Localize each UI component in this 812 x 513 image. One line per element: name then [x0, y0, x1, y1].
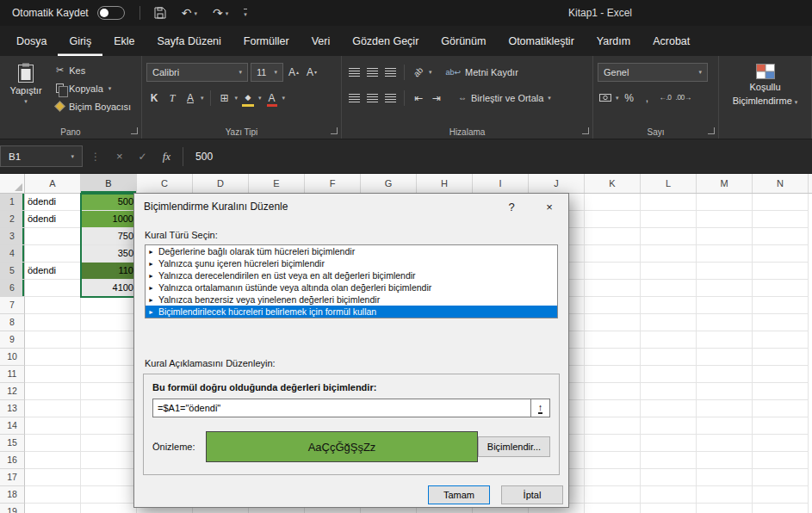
cell-M18[interactable]: [697, 486, 753, 504]
column-header-B[interactable]: B: [81, 174, 137, 193]
cell-B8[interactable]: [81, 314, 137, 331]
cell-K7[interactable]: [585, 297, 641, 314]
name-box[interactable]: B1 ▾: [0, 145, 83, 167]
tab-görünüm[interactable]: Görünüm: [430, 26, 497, 56]
cell-N7[interactable]: [753, 297, 809, 314]
cell-M8[interactable]: [697, 314, 753, 331]
autosave-toggle[interactable]: [97, 6, 125, 20]
tab-veri[interactable]: Veri: [301, 26, 342, 56]
row-header-5[interactable]: 5: [0, 263, 25, 280]
cell-N16[interactable]: [753, 452, 809, 469]
row-header-11[interactable]: 11: [0, 366, 25, 383]
cell-L5[interactable]: [641, 263, 697, 280]
column-header-H[interactable]: H: [417, 174, 473, 193]
cell-L10[interactable]: [641, 349, 697, 366]
cell-A17[interactable]: [25, 469, 81, 486]
column-header-K[interactable]: K: [585, 174, 641, 193]
cell-L4[interactable]: [641, 245, 697, 263]
cell-M17[interactable]: [697, 469, 753, 486]
cell-N12[interactable]: [753, 383, 809, 400]
align-right-button[interactable]: [382, 90, 398, 107]
undo-button[interactable]: ↶▾: [182, 7, 197, 19]
dialog-help-button[interactable]: ?: [493, 194, 530, 219]
row-header-1[interactable]: 1: [0, 194, 25, 211]
column-header-L[interactable]: L: [641, 174, 697, 193]
cell-N4[interactable]: [753, 245, 809, 263]
row-header-4[interactable]: 4: [0, 245, 25, 263]
save-button[interactable]: [154, 7, 166, 19]
row-header-17[interactable]: 17: [0, 469, 25, 486]
rule-type-item-4[interactable]: ►Yalnızca benzersiz veya yinelenen değer…: [146, 294, 557, 306]
cell-B15[interactable]: [81, 435, 137, 452]
cell-M14[interactable]: [697, 417, 753, 435]
cell-N2[interactable]: [753, 211, 809, 228]
cell-A19[interactable]: [25, 504, 81, 513]
cell-M6[interactable]: [697, 280, 753, 297]
cell-B17[interactable]: [81, 469, 137, 486]
cell-B11[interactable]: [81, 366, 137, 383]
cell-K17[interactable]: [585, 469, 641, 486]
row-header-19[interactable]: 19: [0, 504, 25, 513]
cell-B19[interactable]: [81, 504, 137, 513]
dialog-close-button[interactable]: ×: [530, 194, 568, 219]
cell-N18[interactable]: [753, 486, 809, 504]
cell-A15[interactable]: [25, 435, 81, 452]
cell-B4[interactable]: 350: [81, 245, 137, 263]
cell-B9[interactable]: [81, 331, 137, 349]
font-color-button[interactable]: A: [264, 90, 280, 107]
cell-A14[interactable]: [25, 417, 81, 435]
insert-function-button[interactable]: fx: [163, 150, 170, 164]
cell-B2[interactable]: 1000: [81, 211, 137, 228]
cell-N17[interactable]: [753, 469, 809, 486]
column-header-N[interactable]: N: [753, 174, 809, 193]
row-header-13[interactable]: 13: [0, 400, 25, 417]
tab-ekle[interactable]: Ekle: [102, 26, 146, 56]
underline-button[interactable]: A: [183, 90, 198, 107]
cell-A16[interactable]: [25, 452, 81, 469]
cell-K19[interactable]: [585, 504, 641, 513]
cell-M12[interactable]: [697, 383, 753, 400]
increase-indent-button[interactable]: ⇥: [429, 90, 444, 107]
cell-M4[interactable]: [697, 245, 753, 263]
cell-A10[interactable]: [25, 349, 81, 366]
column-header-D[interactable]: D: [193, 174, 249, 193]
cell-M1[interactable]: [697, 194, 753, 211]
cell-L1[interactable]: [641, 194, 697, 211]
number-format-combo[interactable]: Genel ▾: [598, 63, 708, 82]
alignment-dialog-launcher-icon[interactable]: [582, 127, 589, 134]
row-header-18[interactable]: 18: [0, 486, 25, 504]
cell-A3[interactable]: [25, 228, 81, 245]
row-header-3[interactable]: 3: [0, 228, 25, 245]
ok-button[interactable]: Tamam: [428, 485, 490, 504]
rule-formula-input[interactable]: [152, 399, 531, 417]
cell-K11[interactable]: [585, 366, 641, 383]
clipboard-dialog-launcher-icon[interactable]: [131, 127, 138, 134]
cell-M10[interactable]: [697, 349, 753, 366]
orientation-button[interactable]: ab: [407, 60, 431, 83]
row-header-8[interactable]: 8: [0, 314, 25, 331]
tab-gözden-geçir[interactable]: Gözden Geçir: [341, 26, 430, 56]
column-header-C[interactable]: C: [137, 174, 193, 193]
column-header-G[interactable]: G: [361, 174, 417, 193]
cell-L18[interactable]: [641, 486, 697, 504]
cell-K14[interactable]: [585, 417, 641, 435]
cell-K15[interactable]: [585, 435, 641, 452]
font-dialog-launcher-icon[interactable]: [331, 127, 338, 134]
cell-L17[interactable]: [641, 469, 697, 486]
cell-A18[interactable]: [25, 486, 81, 504]
cell-A11[interactable]: [25, 366, 81, 383]
bold-button[interactable]: K: [146, 90, 162, 107]
formula-bar-handle[interactable]: ⋮: [90, 151, 101, 163]
cell-K10[interactable]: [585, 349, 641, 366]
cell-B6[interactable]: 4100: [81, 280, 137, 297]
cell-A8[interactable]: [25, 314, 81, 331]
cell-L15[interactable]: [641, 435, 697, 452]
cell-M19[interactable]: [697, 504, 753, 513]
rule-type-item-2[interactable]: ►Yalnızca derecelendirilen en üst veya e…: [146, 269, 557, 281]
align-top-button[interactable]: [346, 64, 362, 81]
cell-M7[interactable]: [697, 297, 753, 314]
format-button[interactable]: Biçimlendir...: [478, 436, 550, 457]
cell-L19[interactable]: [641, 504, 697, 513]
cell-L14[interactable]: [641, 417, 697, 435]
cell-M15[interactable]: [697, 435, 753, 452]
